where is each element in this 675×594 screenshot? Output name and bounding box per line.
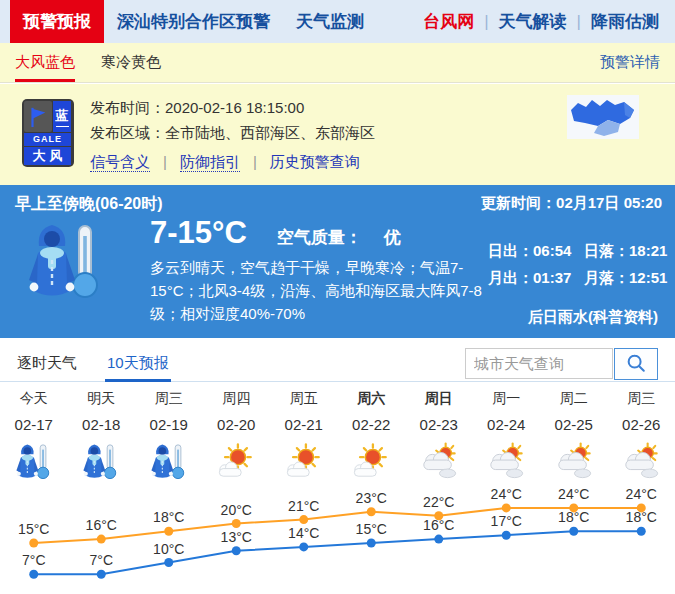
svg-text:18°C: 18°C (626, 509, 657, 525)
warning-link-防御指引[interactable]: 防御指引 (180, 153, 240, 172)
temperature-range: 7-15°C 空气质量： 优 (150, 215, 401, 251)
publish-time-row: 发布时间：2020-02-16 18:15:00 (90, 99, 304, 118)
forecast-day: 周六02-22 (338, 390, 406, 480)
gale-warning-badge: 蓝 GALE 大风 (22, 99, 74, 167)
svg-text:22°C: 22°C (423, 494, 454, 510)
cloudy-icon (622, 442, 660, 480)
next-solar-term-link[interactable]: 后日雨水(科普资料) (528, 308, 658, 327)
svg-text:17°C: 17°C (491, 513, 522, 529)
forecast-days: 今天02-17 明天02-18 周三02-19 (0, 390, 675, 480)
current-weather-panel: 早上至傍晚(06-20时) 更新时间：02月17日 05:20 7-15°C 空… (0, 185, 675, 338)
publish-time-label: 发布时间： (90, 99, 165, 116)
nav-tab-深汕特别合作区预警[interactable]: 深汕特别合作区预警 (104, 0, 283, 43)
warning-map-image (567, 95, 639, 139)
nav-separator: | (484, 12, 488, 32)
cloudy-icon (487, 442, 525, 480)
cloudy-icon (420, 442, 458, 480)
svg-text:13°C: 13°C (221, 529, 252, 545)
moonset-time: 月落：12:51 (584, 269, 667, 288)
day-label: 周三 (608, 390, 675, 408)
warning-detail-link[interactable]: 预警详情 (600, 53, 660, 72)
forecast-tab-逐时天气[interactable]: 逐时天气 (15, 338, 79, 382)
day-date: 02-24 (473, 416, 541, 433)
day-label: 周六 (338, 390, 406, 408)
day-label: 今天 (0, 390, 68, 408)
day-label: 周日 (405, 390, 473, 408)
nav-link-天气解读[interactable]: 天气解读 (499, 10, 567, 33)
search-button[interactable] (614, 348, 658, 380)
day-date: 02-20 (203, 416, 271, 433)
day-date: 02-26 (608, 416, 675, 433)
day-date: 02-22 (338, 416, 406, 433)
publish-area-label: 发布区域： (90, 124, 165, 141)
nav-tab-预警预报[interactable]: 预警预报 (10, 0, 104, 43)
forecast-tabs-bar: 逐时天气10天预报 (0, 338, 675, 382)
warning-link-信号含义[interactable]: 信号含义 (90, 153, 150, 172)
forecast-day: 周一02-24 (473, 390, 541, 480)
warning-tab-大风蓝色[interactable]: 大风蓝色 (15, 43, 75, 82)
sunset-time: 日落：18:21 (584, 242, 667, 261)
forecast-day: 周四02-20 (203, 390, 271, 480)
publish-time-value: 2020-02-16 18:15:00 (165, 99, 304, 116)
sun-cloud-icon (217, 442, 255, 480)
cold-coat-icon (15, 442, 53, 480)
day-date: 02-23 (405, 416, 473, 433)
forecast-day: 今天02-17 (0, 390, 68, 480)
city-search-input[interactable] (465, 348, 613, 379)
sun-cloud-icon (285, 442, 323, 480)
nav-tab-天气监测[interactable]: 天气监测 (283, 0, 377, 43)
cold-coat-icon (26, 218, 106, 302)
svg-text:16°C: 16°C (423, 517, 454, 533)
link-separator: | (163, 153, 167, 170)
sunrise-time: 日出：06:54 (488, 242, 584, 261)
nav-link-台风网[interactable]: 台风网 (423, 10, 474, 33)
warning-link-历史预警查询[interactable]: 历史预警查询 (270, 153, 360, 170)
day-date: 02-25 (540, 416, 608, 433)
day-date: 02-17 (0, 416, 68, 433)
temp-chart: 15°C16°C18°C20°C21°C23°C22°C24°C24°C24°C… (0, 484, 675, 594)
day-label: 周二 (540, 390, 608, 408)
warning-tab-寒冷黄色[interactable]: 寒冷黄色 (101, 43, 161, 82)
day-label: 周三 (135, 390, 203, 408)
svg-text:24°C: 24°C (558, 486, 589, 502)
forecast-day: 明天02-18 (68, 390, 136, 480)
forecast-tab-10天预报[interactable]: 10天预报 (105, 338, 171, 382)
svg-text:21°C: 21°C (288, 498, 319, 514)
day-date: 02-21 (270, 416, 338, 433)
publish-area-row: 发布区域：全市陆地、西部海区、东部海区 (90, 124, 375, 143)
topnav-links: 台风网|天气解读|降雨估测 (423, 10, 675, 33)
forecast-day: 周三02-26 (608, 390, 675, 480)
svg-text:14°C: 14°C (288, 525, 319, 541)
flag-icon (24, 101, 52, 132)
link-separator: | (253, 153, 257, 170)
warning-links: 信号含义|防御指引|历史预警查询 (90, 153, 360, 172)
svg-text:7°C: 7°C (22, 552, 46, 568)
day-date: 02-18 (68, 416, 136, 433)
publish-area-value: 全市陆地、西部海区、东部海区 (165, 124, 375, 141)
warning-panel: 蓝 GALE 大风 发布时间：2020-02-16 18:15:00 发布区域：… (0, 84, 675, 185)
nav-separator: | (577, 12, 581, 32)
sun-moon-times: 日出：06:54 日落：18:21 月出：01:37 月落：12:51 (488, 242, 667, 288)
svg-text:7°C: 7°C (90, 552, 114, 568)
air-quality-value: 优 (384, 226, 401, 249)
cold-coat-icon (150, 442, 188, 480)
svg-text:15°C: 15°C (18, 521, 49, 537)
warning-tabs-bar: 大风蓝色寒冷黄色 预警详情 (0, 43, 675, 83)
cloudy-icon (555, 442, 593, 480)
svg-text:23°C: 23°C (356, 490, 387, 506)
forecast-tab-list: 逐时天气10天预报 (15, 338, 171, 382)
topnav-tabs: 预警预报深汕特别合作区预警天气监测 (10, 0, 377, 43)
day-label: 周五 (270, 390, 338, 408)
update-time: 更新时间：02月17日 05:20 (481, 194, 662, 213)
day-label: 周四 (203, 390, 271, 408)
forecast-day: 周二02-25 (540, 390, 608, 480)
air-quality-label: 空气质量： (277, 226, 362, 249)
nav-link-降雨估测[interactable]: 降雨估测 (591, 10, 659, 33)
svg-text:15°C: 15°C (356, 521, 387, 537)
day-label: 周一 (473, 390, 541, 408)
forecast-day: 周日02-23 (405, 390, 473, 480)
search-icon (625, 352, 647, 377)
svg-text:24°C: 24°C (626, 486, 657, 502)
day-label: 明天 (68, 390, 136, 408)
svg-text:10°C: 10°C (153, 541, 184, 557)
